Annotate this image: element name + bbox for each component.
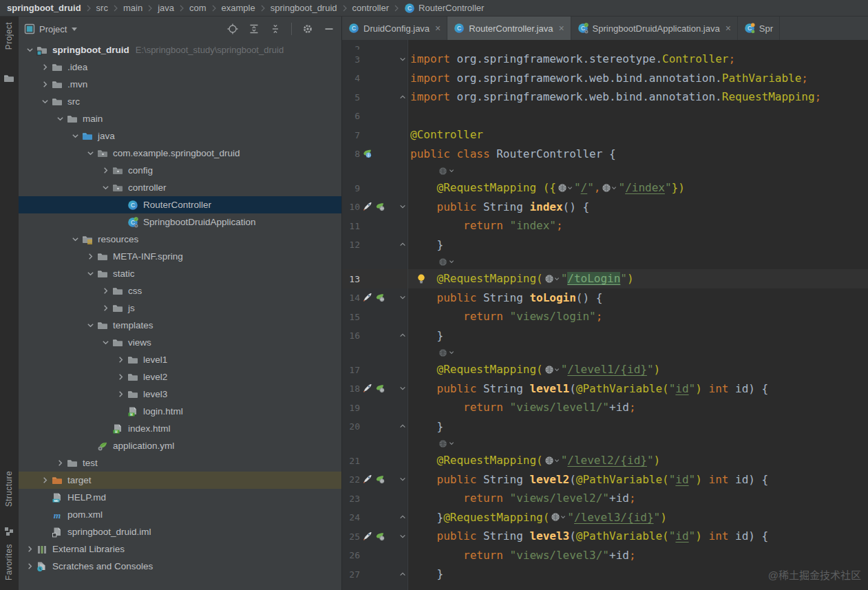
tree-expanded-arrow-icon[interactable] [85,149,96,157]
fold-down-icon[interactable] [397,533,407,540]
tree-collapsed-arrow-icon[interactable] [115,356,127,364]
intention-bulb-icon[interactable] [416,273,427,284]
code-line-8[interactable]: 8public class RouterController { [342,145,868,164]
code-line-content[interactable]: import org.springframework.web.bind.anno… [408,69,868,88]
tree-expanded-arrow-icon[interactable] [100,339,112,346]
fold-up-icon[interactable] [397,94,407,101]
fold-down-icon[interactable] [397,56,407,63]
code-line-content[interactable] [408,584,868,590]
tree-expanded-arrow-icon[interactable] [85,322,96,329]
tree-collapsed-arrow-icon[interactable] [39,81,51,88]
tree-collapsed-arrow-icon[interactable] [39,63,51,71]
code-line-16[interactable]: 16 } [342,326,868,346]
tree-collapsed-arrow-icon[interactable] [24,545,36,553]
tree-expanded-arrow-icon[interactable] [70,235,81,243]
tree-item-src[interactable]: src [19,93,341,110]
fold-down-icon[interactable] [397,294,407,301]
breadcrumb-item-springboot-druid[interactable]: springboot_druid [271,3,337,13]
fold-up-icon[interactable] [397,423,407,430]
code-line-content[interactable]: public String index() { [408,198,868,217]
tree-item-pom-xml[interactable]: mpom.xml [19,506,341,523]
tree-item-index-html[interactable]: Hindex.html [19,420,341,437]
tree-item-main[interactable]: main [19,110,341,127]
tree-item-resources[interactable]: resources [19,231,341,248]
code-line-content[interactable]: return "views/level3/"+id; [408,546,868,565]
tree-item-static[interactable]: static [19,265,341,282]
project-tool-icon[interactable] [3,73,14,84]
breadcrumb-item-src[interactable]: src [96,3,108,13]
stripe-label-favorites[interactable]: Favorites [4,544,14,580]
close-icon[interactable]: × [726,23,731,33]
close-icon[interactable]: × [435,23,441,33]
tree-item-springboot-druid-iml[interactable]: springboot_druid.iml [19,523,341,540]
code-line-11[interactable]: 11 return "index"; [342,216,868,235]
tree-item-target[interactable]: target [19,472,341,489]
tree-item-views[interactable]: views [19,334,341,351]
tab-routercontroller-java[interactable]: CRouterController.java× [447,17,571,40]
locate-icon[interactable] [227,23,238,34]
run-rocket-icon[interactable] [362,531,372,541]
tree-expanded-arrow-icon[interactable] [70,132,81,140]
fold-up-icon[interactable] [397,332,407,339]
tree-collapsed-arrow-icon[interactable] [85,253,96,260]
code-line-4[interactable]: 4import org.springframework.web.bind.ann… [342,69,868,88]
tree-item-scratches-and-consoles[interactable]: Scratches and Consoles [19,558,341,575]
breadcrumb-item-java[interactable]: java [158,3,174,13]
fold-down-icon[interactable] [397,476,407,483]
breadcrumb-item-example[interactable]: example [222,3,255,13]
tree-item-com-example-springboot-druid[interactable]: com.example.springboot_druid [19,145,341,162]
code-line-content[interactable]: } [408,417,868,436]
tree-collapsed-arrow-icon[interactable] [100,167,112,174]
code-line-6[interactable]: 6 [342,107,868,126]
run-rocket-icon[interactable] [362,202,372,212]
tree-expanded-arrow-icon[interactable] [54,115,66,123]
code-line-content[interactable]: return "views/login"; [408,307,868,326]
tree-collapsed-arrow-icon[interactable] [24,562,36,570]
tree-item-login-html[interactable]: Hlogin.html [19,403,341,420]
tab-druidconfig-java[interactable]: CDruidConfig.java× [342,17,447,40]
tree-item-level1[interactable]: level1 [19,351,341,368]
mapping-url-icon[interactable] [544,365,560,375]
code-line-28[interactable]: 28 [342,584,868,590]
tab-spr[interactable]: CSpr [738,17,780,40]
spring-leaf-icon[interactable] [375,383,385,394]
tree-expanded-arrow-icon[interactable] [100,184,112,191]
code-line-7[interactable]: 7@Controller [342,125,868,145]
tree-item-controller[interactable]: controller [19,179,341,196]
spring-mapping-inlay-icon[interactable] [438,439,454,448]
code-line-content[interactable]: @RequestMapping("/level2/{id}") [408,451,868,470]
structure-icon[interactable] [3,526,14,537]
breadcrumb-item-controller[interactable]: controller [352,3,389,13]
run-rocket-icon[interactable] [362,293,372,303]
code-line-25[interactable]: 25 public String level3(@PathVariable("i… [342,527,868,546]
code-line-content[interactable]: } [408,326,868,346]
code-line-19[interactable]: 19 return "views/level1/"+id; [342,398,868,417]
code-line-content[interactable]: @RequestMapping ({"/","/index"}) [408,178,868,198]
mapping-url-icon[interactable] [602,183,617,193]
tree-item-test[interactable]: test [19,454,341,472]
code-line-13[interactable]: 13 @RequestMapping("/toLogin") [342,269,868,288]
tree-item-application-yml[interactable]: application.yml [19,437,341,454]
tree-item-routercontroller[interactable]: CRouterController [19,196,341,213]
code-line-content[interactable]: @Controller [408,125,868,145]
code-line-content[interactable]: public String level2(@PathVariable("id")… [408,470,868,489]
code-line-22[interactable]: 22 public String level2(@PathVariable("i… [342,470,868,489]
breadcrumb-item-routercontroller[interactable]: CRouterController [404,3,484,14]
code-line-5[interactable]: 5import org.springframework.web.bind.ann… [342,87,868,107]
code-line-content[interactable]: public String level3(@PathVariable("id")… [408,527,868,546]
fold-up-icon[interactable] [397,241,407,248]
code-editor[interactable]: 23import org.springframework.stereotype.… [342,40,868,590]
spring-mapping-inlay-icon[interactable] [438,167,454,176]
code-line-21[interactable]: 21 @RequestMapping("/level2/{id}") [342,451,868,470]
tree-item-level2[interactable]: level2 [19,368,341,386]
spring-leaf-icon[interactable] [375,293,385,303]
tree-item-level3[interactable]: level3 [19,386,341,403]
tree-collapsed-arrow-icon[interactable] [100,304,112,312]
mapping-url-icon[interactable] [544,274,560,284]
tab-springbootdruidapplication-java[interactable]: CSpringbootDruidApplication.java× [571,17,738,40]
tree-collapsed-arrow-icon[interactable] [115,373,127,381]
tree-item-mvn[interactable]: .mvn [19,76,341,93]
code-line-content[interactable]: return "index"; [408,216,868,235]
spring-leaf-icon[interactable] [375,202,385,212]
code-line-content[interactable]: }@RequestMapping("/level3/{id}") [408,508,868,527]
